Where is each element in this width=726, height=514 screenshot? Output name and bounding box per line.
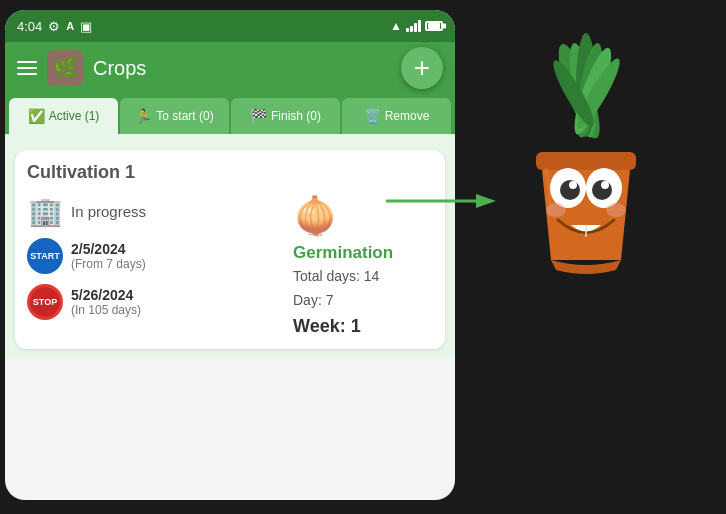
time-display: 4:04 — [17, 19, 42, 34]
card-title: Cultivation 1 — [27, 162, 433, 183]
start-date-info: 2/5/2024 (From 7 days) — [71, 241, 146, 271]
start-badge: START — [27, 238, 63, 274]
start-date-sub: (From 7 days) — [71, 257, 146, 271]
to-start-tab-icon: 🏃 — [135, 108, 152, 124]
tab-remove[interactable]: 🗑️ Remove — [342, 98, 451, 134]
gear-icon: ⚙ — [48, 19, 60, 34]
arrow-pointer — [386, 186, 506, 216]
top-bar: 🌿 Crops + — [5, 42, 455, 94]
signal-bars — [406, 20, 421, 32]
tabs-bar: ✅ Active (1) 🏃 To start (0) 🏁 Finish (0)… — [5, 94, 455, 134]
end-date: 5/26/2024 — [71, 287, 141, 303]
in-progress-label: In progress — [71, 203, 146, 220]
remove-tab-icon: 🗑️ — [364, 108, 381, 124]
finish-tab-label: Finish (0) — [271, 109, 321, 123]
svg-marker-1 — [476, 194, 496, 208]
end-date-row: STOP 5/26/2024 (In 105 days) — [27, 284, 285, 320]
plus-icon: + — [414, 52, 430, 84]
svg-rect-9 — [536, 152, 636, 170]
building-icon: 🏢 — [27, 195, 63, 228]
end-date-info: 5/26/2024 (In 105 days) — [71, 287, 141, 317]
wifi-icon: ▲ — [390, 19, 402, 33]
svg-point-14 — [569, 181, 577, 189]
hamburger-menu[interactable] — [17, 61, 37, 75]
sim-icon: ▣ — [80, 19, 92, 34]
cultivation-card: Cultivation 1 🏢 In progress START 2/5/20… — [15, 150, 445, 349]
germination-label: Germination — [293, 243, 433, 263]
status-bar: 4:04 ⚙ A ▣ ▲ — [5, 10, 455, 42]
start-date: 2/5/2024 — [71, 241, 146, 257]
tab-to-start[interactable]: 🏃 To start (0) — [120, 98, 229, 134]
app-title: Crops — [93, 57, 391, 80]
card-right: 🧅 Germination Total days: 14 Day: 7 Week… — [293, 195, 433, 337]
mascot-area — [486, 30, 686, 280]
germination-week: Week: 1 — [293, 316, 433, 337]
tab-active[interactable]: ✅ Active (1) — [9, 98, 118, 134]
card-left: 🏢 In progress START 2/5/2024 (From 7 day… — [27, 195, 285, 337]
content-area: Cultivation 1 🏢 In progress START 2/5/20… — [5, 134, 455, 359]
add-button[interactable]: + — [401, 47, 443, 89]
battery-icon — [425, 21, 443, 31]
to-start-tab-label: To start (0) — [156, 109, 213, 123]
mascot-svg — [486, 30, 686, 290]
remove-tab-label: Remove — [385, 109, 430, 123]
status-row: 🏢 In progress — [27, 195, 285, 228]
finish-tab-icon: 🏁 — [250, 108, 267, 124]
stop-badge: STOP — [27, 284, 63, 320]
tab-finish[interactable]: 🏁 Finish (0) — [231, 98, 340, 134]
active-tab-label: Active (1) — [49, 109, 100, 123]
svg-point-15 — [601, 181, 609, 189]
end-date-sub: (In 105 days) — [71, 303, 141, 317]
germination-day: Day: 7 — [293, 289, 433, 311]
svg-point-18 — [606, 203, 626, 217]
svg-point-17 — [546, 203, 566, 217]
germination-total-days: Total days: 14 — [293, 265, 433, 287]
card-body: 🏢 In progress START 2/5/2024 (From 7 day… — [27, 195, 433, 337]
start-date-row: START 2/5/2024 (From 7 days) — [27, 238, 285, 274]
app-icon: 🌿 — [47, 50, 83, 86]
active-tab-icon: ✅ — [28, 108, 45, 124]
a-icon: A — [66, 20, 74, 32]
phone-screen: 4:04 ⚙ A ▣ ▲ 🌿 Crops — [5, 10, 455, 500]
